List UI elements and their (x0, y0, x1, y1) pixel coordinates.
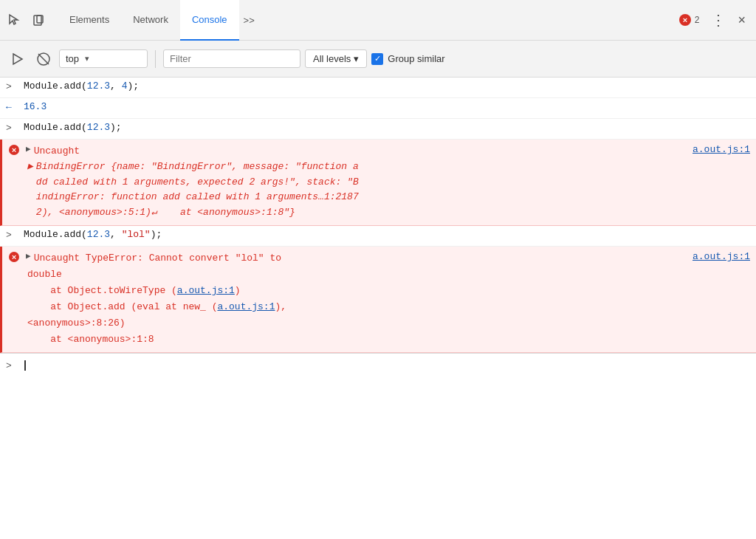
error-icon-2: × (8, 251, 21, 266)
checkbox-checked-icon: ✓ (371, 53, 383, 65)
console-input-line-3: > Module.add(12.3, "lol"); (0, 226, 756, 247)
console-result-1: 16.3 (24, 101, 47, 112)
svg-rect-0 (34, 16, 41, 25)
toolbar-divider-1 (155, 50, 156, 68)
error-title-2: Uncaught TypeError: Cannot convert "lol"… (34, 251, 693, 267)
cursor-icon-btn[interactable] (4, 10, 24, 30)
active-prompt: > (6, 360, 18, 371)
svg-marker-4 (13, 54, 22, 64)
execute-btn[interactable] (6, 48, 28, 70)
error-icon-1: × (8, 144, 21, 159)
console-code-2: Module.add(12.3); (24, 122, 122, 133)
error-body-text-1: BindingError {name: "BindingError", mess… (36, 159, 359, 221)
console-error-1: × ▶ Uncaught a.out.js:1 ▶ BindingError {… (0, 140, 756, 226)
error-body-2: double at Object.toWireType (a.out.js:1)… (8, 267, 286, 348)
play-icon (10, 52, 24, 66)
cursor (24, 360, 26, 371)
error-body-1: ▶ BindingError {name: "BindingError", me… (8, 159, 359, 221)
filter-input[interactable] (163, 49, 300, 68)
console-input-line-2: > Module.add(12.3); (0, 119, 756, 140)
clear-icon (36, 52, 51, 66)
error-body-line-4: <anonymous>:8:26) (27, 315, 286, 332)
error-header-1: × ▶ Uncaught a.out.js:1 (8, 144, 750, 159)
error-file-link-1[interactable]: a.out.js:1 (693, 144, 750, 155)
error-triangle-1: ▶ (26, 144, 31, 154)
levels-label: All levels (313, 53, 351, 64)
levels-arrow-icon: ▾ (354, 53, 359, 64)
console-error-2: × ▶ Uncaught TypeError: Cannot convert "… (0, 247, 756, 353)
error-body-line-1: double (27, 267, 286, 283)
levels-dropdown[interactable]: All levels ▾ (305, 49, 367, 68)
console-code-1: Module.add(12.3, 4); (24, 80, 139, 92)
context-selector[interactable]: top ▾ (59, 49, 148, 68)
error-link-1[interactable]: a.out.js:1 (177, 285, 235, 296)
devtools-icons (4, 10, 49, 30)
error-body-line-5: at <anonymous>:1:8 (27, 332, 286, 348)
error-badge: × 2 (678, 13, 700, 27)
more-options-btn[interactable]: ⋮ (705, 8, 732, 32)
console-active-input[interactable]: > (0, 353, 756, 377)
error-circle-icon: × (678, 13, 692, 27)
tab-overflow[interactable]: >> (239, 9, 259, 32)
error-link-2[interactable]: a.out.js:1 (217, 301, 275, 312)
tab-network[interactable]: Network (121, 0, 180, 41)
tab-console[interactable]: Console (180, 0, 239, 41)
prompt-4: > (6, 229, 18, 241)
error-body-line-2: at Object.toWireType (a.out.js:1) (27, 283, 286, 299)
tab-elements[interactable]: Elements (58, 0, 121, 41)
context-value: top (66, 53, 79, 64)
device-icon-btn[interactable] (30, 10, 49, 30)
error-body-line-3: at Object.add (eval at new_ (a.out.js:1)… (27, 299, 286, 315)
error-count: 2 (695, 15, 700, 25)
error-triangle-2: ▶ (26, 251, 31, 261)
console-result-line-1: ← 16.3 (0, 98, 756, 119)
svg-rect-1 (37, 16, 43, 23)
clear-btn[interactable] (32, 48, 55, 70)
error-header-2: × ▶ Uncaught TypeError: Cannot convert "… (8, 251, 750, 267)
console-output: > Module.add(12.3, 4); ← 16.3 > Module.a… (0, 78, 756, 539)
svg-text:×: × (683, 16, 687, 24)
svg-text:×: × (12, 253, 17, 262)
group-similar-label: Group similar (388, 53, 444, 64)
console-code-3: Module.add(12.3, "lol"); (24, 229, 162, 240)
svg-text:×: × (12, 146, 17, 155)
error-triangle-body-1: ▶ (27, 159, 33, 175)
prompt-2: ← (6, 101, 18, 113)
console-toolbar: top ▾ All levels ▾ ✓ Group similar (0, 41, 756, 78)
group-similar-checkbox[interactable]: ✓ Group similar (371, 53, 444, 65)
prompt-3: > (6, 122, 18, 134)
error-title-1: Uncaught (34, 144, 693, 159)
tab-bar: Elements Network Console >> × 2 ⋮ × (0, 0, 756, 41)
prompt-1: > (6, 80, 18, 92)
close-devtools-btn[interactable]: × (732, 10, 752, 31)
context-arrow-icon: ▾ (85, 54, 89, 63)
console-input-line-1: > Module.add(12.3, 4); (0, 78, 756, 98)
error-file-link-2[interactable]: a.out.js:1 (693, 251, 750, 262)
svg-line-6 (38, 54, 49, 64)
